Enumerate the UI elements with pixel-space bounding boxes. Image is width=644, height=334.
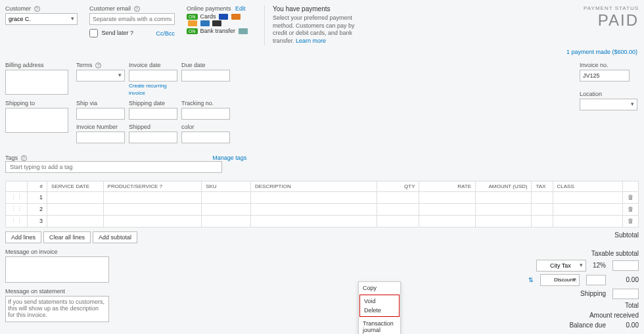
- taxable-subtotal-label: Taxable subtotal: [591, 250, 639, 257]
- add-lines-button[interactable]: Add lines: [5, 231, 41, 243]
- billing-label: Billing address: [5, 62, 70, 68]
- shipping-input[interactable]: [612, 289, 639, 299]
- ship-via-input[interactable]: [76, 108, 125, 120]
- location-label: Location: [580, 91, 639, 97]
- col-amount: AMOUNT (USD): [475, 181, 532, 191]
- tags-label: Tags ?: [5, 155, 27, 161]
- help-icon[interactable]: ?: [95, 62, 101, 68]
- mastercard-icon: [231, 14, 241, 20]
- clear-lines-button[interactable]: Clear all lines: [43, 231, 91, 243]
- mid-section: Billing address Shipping to Terms ? Invo…: [0, 58, 644, 151]
- bank-icon: [239, 28, 248, 34]
- shipping-to-label: Shipping to: [5, 100, 70, 107]
- color-input[interactable]: [181, 131, 230, 143]
- table-row[interactable]: ⋮⋮1🗑: [6, 191, 639, 203]
- invoice-date-label: Invoice date: [129, 62, 177, 68]
- send-later-checkbox[interactable]: Send later ?: [89, 29, 133, 37]
- more-menu: Copy Void Delete Transaction journal Aud…: [358, 281, 401, 334]
- col-description: DESCRIPTION: [250, 181, 377, 191]
- msg-invoice-textarea[interactable]: [5, 256, 109, 283]
- email-label: Customer email ?: [89, 5, 175, 12]
- tax-amount-input[interactable]: [612, 260, 639, 271]
- swap-icon[interactable]: ⇅: [528, 277, 534, 283]
- due-date-label: Due date: [181, 62, 230, 68]
- balance-due-value: 0.00: [612, 322, 639, 329]
- tags-row: Tags ? Manage tags: [0, 151, 644, 178]
- shipped-input[interactable]: [129, 131, 177, 143]
- you-have-title: You have payments: [273, 5, 369, 12]
- on-badge: ON: [187, 14, 198, 20]
- col-sku: SKU: [202, 181, 251, 191]
- billing-textarea[interactable]: [5, 70, 68, 95]
- msg-statement-label: Message on statement: [5, 288, 110, 295]
- shipping-date-input[interactable]: [129, 108, 177, 120]
- table-row[interactable]: ⋮⋮2🗑: [6, 203, 639, 215]
- invoice-no-label: Invoice no.: [580, 62, 639, 68]
- tax-select[interactable]: [536, 260, 586, 272]
- customer-input[interactable]: [6, 14, 66, 24]
- invoice-no-input[interactable]: [580, 70, 630, 82]
- drag-icon[interactable]: ⋮⋮: [6, 203, 28, 215]
- tax-rate: 12%: [593, 262, 606, 269]
- tracking-input[interactable]: [181, 108, 230, 120]
- on-badge: ON: [187, 28, 198, 34]
- create-recurring-link[interactable]: Create recurring invoice: [129, 83, 167, 96]
- discount-value: 0.00: [612, 276, 639, 283]
- col-num: #: [28, 181, 47, 191]
- ship-via-label: Ship via: [76, 100, 125, 107]
- total-label: Total: [625, 302, 639, 309]
- payment-made-row: 1 payment made ($600.00): [0, 45, 644, 58]
- invoice-date-input[interactable]: [129, 70, 177, 82]
- you-have-body: Select your preferred payment method. Cu…: [273, 14, 369, 45]
- menu-copy[interactable]: Copy: [359, 282, 400, 294]
- invoice-number-input[interactable]: [76, 131, 125, 143]
- discount-pct-input[interactable]: [586, 275, 606, 285]
- location-select[interactable]: [580, 99, 637, 110]
- manage-tags-link[interactable]: Manage tags: [212, 155, 246, 161]
- col-class: CLASS: [553, 181, 623, 191]
- col-rate: RATE: [419, 181, 476, 191]
- terms-select[interactable]: [76, 70, 125, 82]
- discover-icon: [188, 20, 197, 26]
- help-icon[interactable]: ?: [160, 183, 162, 189]
- trash-icon[interactable]: 🗑: [623, 191, 639, 203]
- tracking-label: Tracking no.: [181, 100, 230, 107]
- menu-delete[interactable]: Delete: [364, 307, 395, 314]
- due-date-input[interactable]: [181, 70, 230, 82]
- msg-statement-textarea[interactable]: [5, 296, 109, 322]
- help-icon[interactable]: ?: [34, 6, 40, 12]
- col-service-date: SERVICE DATE: [47, 181, 104, 191]
- table-row[interactable]: ⋮⋮3🗑: [6, 215, 639, 227]
- payment-made-link[interactable]: 1 payment made ($600.00): [566, 49, 637, 55]
- col-product: PRODUCT/SERVICE ?: [103, 181, 202, 191]
- amount-received-label: Amount received: [589, 312, 639, 319]
- trash-icon[interactable]: 🗑: [623, 203, 639, 215]
- line-items-table: # SERVICE DATE PRODUCT/SERVICE ? SKU DES…: [5, 181, 639, 227]
- customer-label: Customer ?: [5, 5, 78, 12]
- help-icon[interactable]: ?: [134, 6, 140, 12]
- help-icon[interactable]: ?: [130, 30, 133, 36]
- tags-input[interactable]: [5, 161, 222, 173]
- add-subtotal-button[interactable]: Add subtotal: [93, 231, 137, 243]
- visa-icon: [219, 14, 228, 20]
- menu-transaction-journal[interactable]: Transaction journal: [359, 318, 400, 334]
- drag-icon[interactable]: ⋮⋮: [6, 215, 28, 227]
- drag-icon[interactable]: ⋮⋮: [6, 191, 28, 203]
- ccbcc-link[interactable]: Cc/Bcc: [156, 30, 175, 37]
- line-buttons: Add lines Clear all lines Add subtotal S…: [0, 230, 644, 249]
- learn-more-link[interactable]: Learn more: [296, 37, 326, 44]
- discount-select[interactable]: [540, 274, 580, 286]
- color-label: color: [181, 124, 230, 130]
- row-num: 1: [28, 191, 47, 203]
- trash-icon[interactable]: 🗑: [623, 215, 639, 227]
- online-payments-label: Online payments Edit: [187, 5, 252, 12]
- shipping-to-textarea[interactable]: [5, 108, 68, 133]
- col-delete: [623, 181, 639, 191]
- invoice-number-label: Invoice Number: [76, 124, 125, 130]
- help-icon[interactable]: ?: [21, 155, 27, 161]
- customer-select[interactable]: [5, 13, 78, 25]
- menu-void[interactable]: Void: [364, 298, 395, 304]
- email-input[interactable]: [89, 13, 175, 25]
- row-num: 2: [28, 203, 47, 215]
- edit-link[interactable]: Edit: [235, 5, 246, 12]
